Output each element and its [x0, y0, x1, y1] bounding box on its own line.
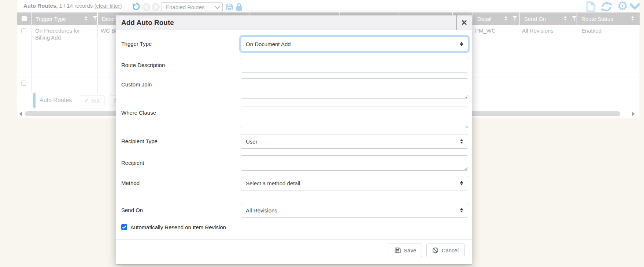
- select-arrows-icon: [460, 139, 463, 144]
- cancel-button-label: Cancel: [441, 247, 459, 253]
- add-auto-route-dialog: Add Auto Route Trigger Type On Document …: [116, 15, 472, 264]
- check-icon: [122, 225, 126, 229]
- save-button-label: Save: [404, 247, 416, 253]
- edit-button[interactable]: Edit: [80, 95, 105, 106]
- column-divider: [473, 25, 473, 93]
- cell-route-status: Enabled: [581, 27, 602, 34]
- route-filter-value: Enabled Routes: [166, 4, 205, 10]
- clear-filter-link[interactable]: (clear filter): [94, 3, 122, 9]
- save-view-icon[interactable]: [225, 2, 234, 11]
- column-header-detail: Detail: [473, 12, 519, 25]
- sort-icon[interactable]: [85, 16, 88, 21]
- method-select[interactable]: Select a method detail: [241, 176, 468, 190]
- settings-gear-icon[interactable]: ⚙: [617, 0, 628, 13]
- close-button[interactable]: [456, 15, 472, 30]
- recipient-type-select[interactable]: User: [241, 134, 468, 149]
- dialog-title: Add Auto Route: [121, 15, 174, 30]
- column-header-route-status: Route Status: [577, 12, 640, 25]
- column-label[interactable]: Descri: [102, 16, 118, 22]
- app-screen: Auto Routes, 1 / 14 records (clear filte…: [0, 0, 644, 267]
- send-on-select[interactable]: All Revisions: [241, 203, 468, 218]
- send-on-label: Send On: [121, 203, 238, 218]
- column-divider: [31, 25, 32, 93]
- cell-send-on: All Revisions: [522, 27, 554, 34]
- chevron-down-icon: [215, 4, 221, 10]
- cell-detail: PM_WC: [475, 27, 496, 34]
- dialog-footer-divider: [116, 239, 472, 240]
- resend-checkbox-label: Automatically Resend on Item Revision: [130, 224, 226, 230]
- new-record-icon[interactable]: [586, 1, 595, 12]
- send-on-value: All Revisions: [246, 207, 277, 214]
- trigger-type-label: Trigger Type: [121, 37, 238, 51]
- trigger-type-value: On Document Add: [246, 41, 291, 47]
- column-label[interactable]: Detail: [477, 16, 491, 22]
- undo-icon[interactable]: [132, 2, 141, 11]
- collapse-chevron-icon[interactable]: [629, 3, 640, 11]
- dialog-header: Add Auto Route: [116, 15, 472, 30]
- recipient-textarea[interactable]: [241, 155, 468, 171]
- dialog-button-row: Save Cancel: [389, 244, 465, 257]
- where-clause-label: Where Clause: [121, 107, 238, 116]
- custom-join-label: Custom Join: [121, 78, 238, 88]
- refresh-icon[interactable]: [600, 1, 612, 12]
- recipient-label: Recipient: [121, 155, 238, 171]
- tab-label: Auto Routes: [40, 97, 72, 104]
- sort-icon[interactable]: [631, 16, 634, 21]
- select-all-checkbox[interactable]: [22, 16, 27, 21]
- save-button[interactable]: Save: [389, 244, 422, 257]
- close-icon: [462, 20, 467, 25]
- column-divider: [520, 25, 520, 93]
- sort-icon[interactable]: [564, 16, 567, 21]
- column-header-send-on: Send On: [520, 12, 577, 25]
- column-divider: [577, 25, 577, 93]
- scroll-right-arrow[interactable]: [632, 112, 635, 116]
- column-label[interactable]: Trigger Type: [36, 16, 66, 22]
- chevron-left-circle-icon[interactable]: [143, 3, 151, 11]
- select-arrows-icon: [460, 42, 463, 46]
- where-clause-textarea[interactable]: [241, 107, 468, 128]
- recipient-type-label: Recipient Type: [121, 134, 238, 149]
- method-value: Select a method detail: [246, 180, 300, 186]
- cell-trigger-type: On Procedures for Billing Add: [35, 27, 96, 41]
- row-checkbox[interactable]: [21, 28, 26, 33]
- column-label[interactable]: Route Status: [581, 16, 613, 22]
- row-checkbox[interactable]: [21, 81, 26, 86]
- record-count: 1 / 14 records: [59, 3, 93, 9]
- select-arrows-icon: [460, 208, 463, 212]
- recipient-type-value: User: [246, 138, 258, 145]
- tab-accent-bar: [33, 93, 36, 108]
- route-description-input[interactable]: [241, 58, 468, 73]
- trigger-type-select[interactable]: On Document Add: [241, 37, 468, 51]
- edit-button-label: Edit: [91, 97, 101, 104]
- custom-join-textarea[interactable]: [241, 78, 468, 99]
- panel-title: Auto Routes,: [23, 3, 58, 9]
- table-summary: Auto Routes, 1 / 14 records (clear filte…: [23, 3, 122, 9]
- lock-icon: [235, 3, 243, 11]
- route-description-label: Route Description: [121, 58, 238, 73]
- route-filter-select[interactable]: Enabled Routes: [162, 2, 223, 12]
- chevron-right-circle-icon[interactable]: [152, 3, 160, 11]
- sort-icon[interactable]: [504, 16, 507, 21]
- cancel-button[interactable]: Cancel: [426, 244, 465, 257]
- resend-checkbox[interactable]: [121, 224, 127, 230]
- scroll-left-arrow[interactable]: [19, 112, 22, 116]
- method-label: Method: [121, 176, 238, 190]
- select-arrows-icon: [460, 181, 463, 185]
- cancel-icon: [432, 247, 438, 253]
- edit-pencil-icon: [84, 98, 89, 103]
- column-divider: [97, 25, 98, 93]
- column-label[interactable]: Send On: [524, 16, 546, 22]
- save-icon: [395, 247, 401, 253]
